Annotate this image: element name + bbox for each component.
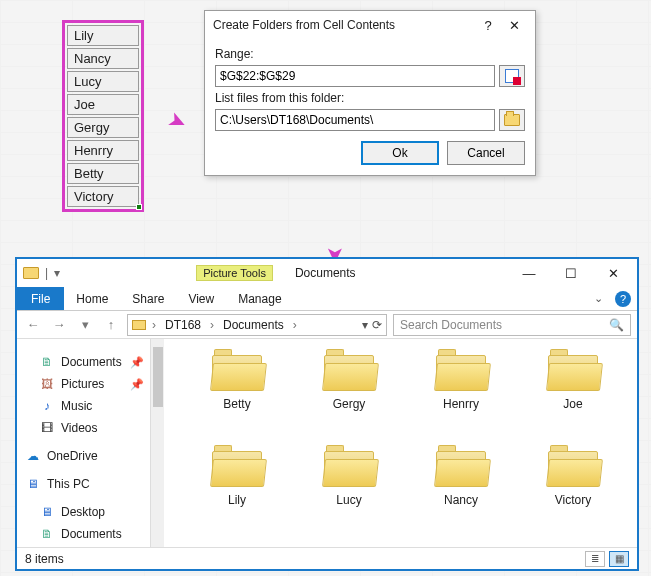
up-button[interactable]: ↑: [101, 315, 121, 335]
cell[interactable]: Victory: [67, 186, 139, 207]
browse-folder-button[interactable]: [499, 109, 525, 131]
excel-selection: Lily Nancy Lucy Joe Gergy Henrry Betty V…: [62, 20, 144, 212]
sidebar-item-thispc[interactable]: 🖥This PC: [25, 473, 160, 495]
range-picker-button[interactable]: [499, 65, 525, 87]
folder-icon: [546, 349, 600, 391]
tab-home[interactable]: Home: [64, 287, 120, 310]
folder-item[interactable]: Nancy: [407, 445, 515, 537]
sidebar-item-desktop[interactable]: 🖥Desktop: [25, 501, 160, 523]
arrow-annotation: ➤: [163, 105, 190, 136]
range-icon: [505, 69, 519, 83]
dialog-title: Create Folders from Cell Contents: [213, 18, 475, 32]
address-bar[interactable]: › DT168 › Documents › ▾ ⟳: [127, 314, 387, 336]
maximize-button[interactable]: ☐: [553, 262, 589, 284]
range-label: Range:: [215, 47, 525, 61]
document-icon: 🗎: [39, 355, 55, 369]
window-icon: [23, 267, 39, 279]
breadcrumb-sep: ›: [208, 318, 216, 332]
folder-icon: [210, 445, 264, 487]
close-window-button[interactable]: ✕: [595, 262, 631, 284]
cell[interactable]: Gergy: [67, 117, 139, 138]
address-dropdown-icon[interactable]: ▾: [362, 318, 368, 332]
sidebar-item-documents[interactable]: 🗎Documents📌: [25, 351, 160, 373]
selection-handle[interactable]: [136, 204, 142, 210]
folder-open-icon: [504, 114, 520, 126]
refresh-button[interactable]: ⟳: [372, 318, 382, 332]
videos-icon: 🎞: [39, 421, 55, 435]
folder-label: List files from this folder:: [215, 91, 525, 105]
create-folders-dialog: Create Folders from Cell Contents ? ✕ Ra…: [204, 10, 536, 176]
cell[interactable]: Lucy: [67, 71, 139, 92]
folder-icon: [210, 349, 264, 391]
help-button[interactable]: ?: [475, 15, 501, 35]
cell[interactable]: Lily: [67, 25, 139, 46]
folder-item[interactable]: Betty: [183, 349, 291, 441]
search-box[interactable]: Search Documents 🔍: [393, 314, 631, 336]
ok-button[interactable]: Ok: [361, 141, 439, 165]
cell[interactable]: Joe: [67, 94, 139, 115]
folder-item[interactable]: Lucy: [295, 445, 403, 537]
folder-item[interactable]: Victory: [519, 445, 627, 537]
qat-divider: |: [45, 266, 48, 280]
tab-manage[interactable]: Manage: [226, 287, 293, 310]
sidebar-item-pictures[interactable]: 🖼Pictures📌: [25, 373, 160, 395]
cell[interactable]: Henrry: [67, 140, 139, 161]
scrollbar-thumb[interactable]: [153, 347, 163, 407]
breadcrumb[interactable]: Documents: [220, 318, 287, 332]
folder-icon: [434, 349, 488, 391]
view-details-button[interactable]: ≣: [585, 551, 605, 567]
sidebar-item-onedrive[interactable]: ☁OneDrive: [25, 445, 160, 467]
breadcrumb-sep: ›: [291, 318, 299, 332]
pin-icon: 📌: [130, 356, 144, 369]
pictures-icon: 🖼: [39, 377, 55, 391]
tab-view[interactable]: View: [176, 287, 226, 310]
scrollbar[interactable]: [150, 339, 164, 547]
folder-item[interactable]: Gergy: [295, 349, 403, 441]
folder-icon: [546, 445, 600, 487]
folder-item[interactable]: Lily: [183, 445, 291, 537]
explorer-window: | ▾ Picture Tools Documents — ☐ ✕ File H…: [16, 258, 638, 570]
cell[interactable]: Nancy: [67, 48, 139, 69]
breadcrumb[interactable]: DT168: [162, 318, 204, 332]
picture-tools-tab[interactable]: Picture Tools: [196, 265, 273, 281]
address-icon: [132, 320, 146, 330]
forward-button[interactable]: →: [49, 315, 69, 335]
sidebar-item-documents[interactable]: 🗎Documents: [25, 523, 160, 545]
tab-file[interactable]: File: [17, 287, 64, 310]
range-input[interactable]: [215, 65, 495, 87]
back-button[interactable]: ←: [23, 315, 43, 335]
desktop-icon: 🖥: [39, 505, 55, 519]
pc-icon: 🖥: [25, 477, 41, 491]
search-icon: 🔍: [609, 318, 624, 332]
music-icon: ♪: [39, 399, 55, 413]
pin-icon: 📌: [130, 378, 144, 391]
history-dropdown[interactable]: ▾: [75, 315, 95, 335]
file-list: Betty Gergy Henrry Joe Lily Lucy Nancy V…: [165, 339, 637, 547]
folder-icon: [322, 349, 376, 391]
search-placeholder: Search Documents: [400, 318, 502, 332]
view-icons-button[interactable]: ▦: [609, 551, 629, 567]
sidebar-item-documents[interactable]: 🗎Documents: [25, 545, 160, 547]
cell[interactable]: Betty: [67, 163, 139, 184]
onedrive-icon: ☁: [25, 449, 41, 463]
folder-input[interactable]: [215, 109, 495, 131]
help-icon[interactable]: ?: [615, 291, 631, 307]
sidebar-item-music[interactable]: ♪Music: [25, 395, 160, 417]
navigation-pane: 🗎Documents📌 🖼Pictures📌 ♪Music 🎞Videos ☁O…: [17, 339, 165, 547]
window-title: Documents: [295, 266, 356, 280]
folder-icon: [322, 445, 376, 487]
status-text: 8 items: [25, 552, 64, 566]
tab-share[interactable]: Share: [120, 287, 176, 310]
folder-item[interactable]: Henrry: [407, 349, 515, 441]
folder-icon: [434, 445, 488, 487]
qat-dropdown[interactable]: ▾: [54, 266, 60, 280]
cancel-button[interactable]: Cancel: [447, 141, 525, 165]
ribbon-collapse-icon[interactable]: ⌄: [588, 292, 609, 305]
sidebar-item-videos[interactable]: 🎞Videos: [25, 417, 160, 439]
folder-item[interactable]: Joe: [519, 349, 627, 441]
breadcrumb-sep: ›: [150, 318, 158, 332]
document-icon: 🗎: [39, 527, 55, 541]
minimize-button[interactable]: —: [511, 262, 547, 284]
close-button[interactable]: ✕: [501, 15, 527, 35]
